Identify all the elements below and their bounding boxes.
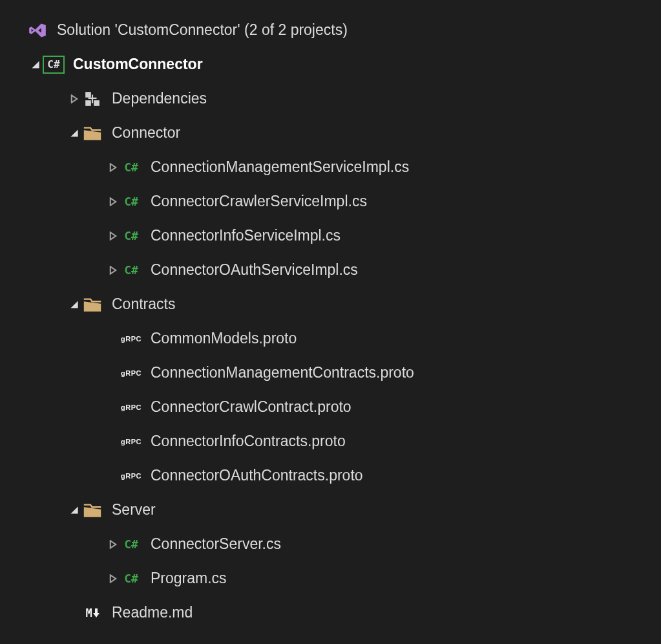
- grpc-file-icon: gRPC: [120, 438, 143, 445]
- file-row-readme[interactable]: M Readme.md: [0, 596, 661, 630]
- file-row[interactable]: C# ConnectorCrawlerServiceImpl.cs: [0, 184, 661, 219]
- dependencies-label: Dependencies: [112, 91, 207, 106]
- folder-icon: [81, 125, 104, 141]
- csharp-file-icon: C#: [120, 572, 143, 585]
- grpc-file-icon: gRPC: [120, 335, 143, 343]
- folder-row-connector[interactable]: Connector: [0, 116, 661, 150]
- csharp-file-icon: C#: [120, 263, 143, 277]
- chevron-down-icon[interactable]: [29, 60, 42, 69]
- csharp-file-icon: C#: [120, 160, 143, 174]
- folder-label: Server: [112, 502, 156, 517]
- file-label: ConnectorCrawlContract.proto: [151, 400, 351, 414]
- file-row[interactable]: gRPC ConnectionManagementContracts.proto: [0, 356, 661, 390]
- project-label: CustomConnector: [73, 57, 203, 72]
- file-row[interactable]: C# ConnectionManagementServiceImpl.cs: [0, 150, 661, 184]
- markdown-file-icon: M: [81, 606, 104, 619]
- chevron-right-icon[interactable]: [107, 163, 120, 172]
- folder-label: Connector: [112, 125, 180, 140]
- chevron-down-icon[interactable]: [68, 300, 81, 309]
- csharp-file-icon: C#: [120, 195, 143, 208]
- solution-explorer-tree: Solution 'CustomConnector' (2 of 2 proje…: [0, 0, 661, 630]
- file-row[interactable]: C# ConnectorInfoServiceImpl.cs: [0, 219, 661, 253]
- file-label: ConnectorOAuthContracts.proto: [151, 468, 363, 483]
- visual-studio-icon: [26, 21, 49, 39]
- solution-row[interactable]: Solution 'CustomConnector' (2 of 2 proje…: [0, 13, 661, 47]
- file-row[interactable]: gRPC ConnectorInfoContracts.proto: [0, 424, 661, 458]
- folder-icon: [81, 502, 104, 518]
- dependencies-row[interactable]: Dependencies: [0, 81, 661, 116]
- file-label: ConnectorInfoContracts.proto: [151, 434, 346, 449]
- folder-row-server[interactable]: Server: [0, 493, 661, 527]
- file-row[interactable]: gRPC ConnectorCrawlContract.proto: [0, 390, 661, 424]
- grpc-file-icon: gRPC: [120, 472, 143, 480]
- folder-label: Contracts: [112, 297, 175, 312]
- file-label: Readme.md: [112, 605, 193, 620]
- grpc-file-icon: gRPC: [120, 403, 143, 411]
- grpc-file-icon: gRPC: [120, 369, 143, 377]
- file-label: ConnectorInfoServiceImpl.cs: [151, 228, 341, 243]
- file-label: Program.cs: [151, 571, 227, 586]
- chevron-right-icon[interactable]: [107, 266, 120, 275]
- file-label: ConnectorOAuthServiceImpl.cs: [151, 263, 358, 277]
- file-label: ConnectorCrawlerServiceImpl.cs: [151, 194, 367, 209]
- chevron-right-icon[interactable]: [107, 197, 120, 206]
- svg-rect-2: [94, 100, 100, 106]
- svg-rect-4: [89, 97, 97, 98]
- svg-rect-0: [85, 92, 91, 98]
- file-label: ConnectionManagementServiceImpl.cs: [151, 160, 409, 175]
- chevron-down-icon[interactable]: [68, 129, 81, 138]
- file-label: ConnectorServer.cs: [151, 537, 281, 552]
- project-row[interactable]: C# CustomConnector: [0, 47, 661, 81]
- folder-icon: [81, 297, 104, 312]
- file-row[interactable]: C# ConnectorOAuthServiceImpl.cs: [0, 253, 661, 287]
- file-label: CommonModels.proto: [151, 331, 297, 346]
- file-row[interactable]: C# Program.cs: [0, 561, 661, 596]
- chevron-right-icon[interactable]: [107, 574, 120, 583]
- file-label: ConnectionManagementContracts.proto: [151, 365, 414, 380]
- file-row[interactable]: gRPC CommonModels.proto: [0, 321, 661, 356]
- csharp-project-icon: C#: [42, 56, 65, 74]
- file-row[interactable]: gRPC ConnectorOAuthContracts.proto: [0, 458, 661, 493]
- chevron-right-icon[interactable]: [107, 231, 120, 241]
- chevron-down-icon[interactable]: [68, 506, 81, 515]
- folder-row-contracts[interactable]: Contracts: [0, 287, 661, 321]
- chevron-right-icon[interactable]: [68, 94, 81, 103]
- csharp-file-icon: C#: [120, 537, 143, 551]
- csharp-file-icon: C#: [120, 229, 143, 242]
- chevron-right-icon[interactable]: [107, 540, 120, 549]
- svg-rect-1: [85, 100, 91, 106]
- file-row[interactable]: C# ConnectorServer.cs: [0, 527, 661, 561]
- solution-label: Solution 'CustomConnector' (2 of 2 proje…: [57, 23, 348, 38]
- dependencies-icon: [81, 91, 104, 107]
